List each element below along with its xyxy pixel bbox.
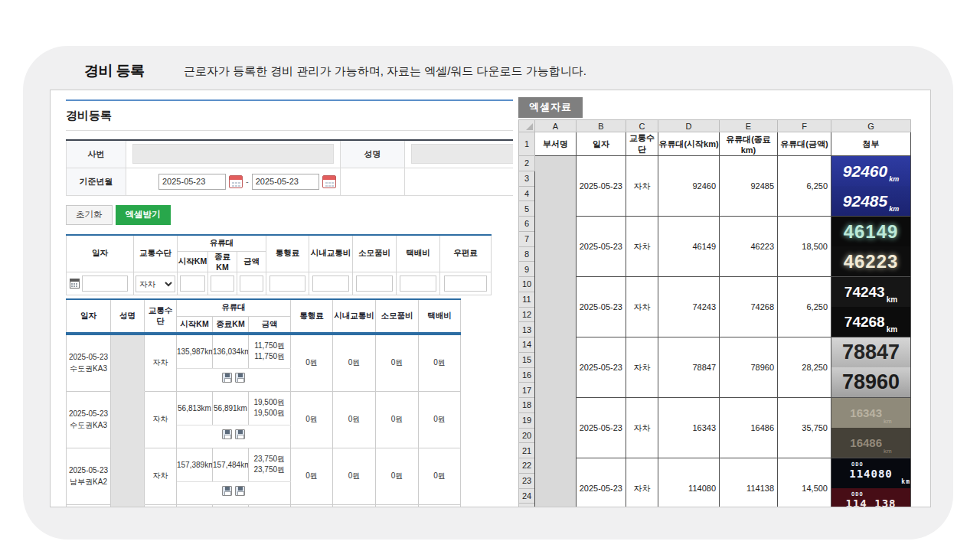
entry-date-input[interactable] [82,276,128,292]
excel-header-cell: 첨부 [831,132,911,156]
amount-line: 23,750원 [249,454,285,465]
excel-row-number: 13 [519,322,535,337]
odometer-reading: 16486 [850,437,882,448]
excel-transport-cell: 자차 [626,458,658,508]
excel-row-number: 2 [519,156,535,171]
odometer-unit: km [889,206,899,216]
odometer-reading: 46149 [844,223,899,241]
search-form-table: 사번 성명 기준년월 - [66,139,513,196]
reset-button[interactable]: 초기화 [66,205,113,225]
list-header-amount: 금액 [249,316,291,333]
entry-supplies-input[interactable] [356,276,393,292]
panel-divider [66,130,513,131]
calendar-small-icon[interactable] [70,279,80,289]
excel-amount-cell: 28,250 [778,337,831,398]
expense-row: 2025-05-23수도권KA3자차135,987km136,034km11,7… [67,334,461,368]
entry-delivery-input[interactable] [400,276,436,292]
attachment-cell [177,425,291,448]
expense-region: 남부권KA2 [67,476,110,488]
expense-row: 2025-05-23수도권KA3자차56,813km56,891km19,500… [67,391,461,425]
entry-start-km-input[interactable] [180,276,206,292]
odometer-odo-label: ODO [851,492,864,497]
page-description: 근로자가 등록한 경비 관리가 가능하며, 자료는 엑셀/워드 다운로드 가능합… [184,64,586,79]
expense-name-cell-redacted [111,391,145,448]
expense-delivery-cell: 0원 [419,391,461,448]
excel-date-cell: 2025-05-23 [577,458,626,508]
expense-panel-title: 경비등록 [66,109,513,123]
expense-toll-cell: 0원 [291,334,333,391]
odometer-reading: 114080 [849,468,893,479]
excel-end-km-cell: 92485 [720,156,778,217]
expense-end-km-cell: 56,891km [213,391,249,425]
page-title: 경비 등록 [84,61,145,81]
attachment-file-icon[interactable] [222,429,232,439]
calendar-icon[interactable] [229,175,243,188]
excel-end-km-cell: 74268 [720,277,778,337]
date-from-input[interactable] [158,174,226,190]
odometer-photo: 92485km [831,186,910,216]
expense-date-cell [67,504,111,507]
expense-end-km-cell: 136,034km [213,334,249,368]
excel-row-number: 14 [519,337,535,353]
attachment-file-icon[interactable] [222,486,232,496]
attachment-file-icon[interactable] [235,429,245,439]
entry-header-end-km: 종료KM [208,252,237,272]
entry-postage-input[interactable] [444,276,488,292]
odometer-photo: 46223 [831,246,910,276]
entry-end-km-input[interactable] [211,276,235,292]
amount-line: 11,750원 [249,351,285,363]
odometer-reading: 78847 [842,342,900,363]
select-all-corner [519,120,535,132]
expense-name-cell-redacted [111,504,145,507]
transport-select[interactable]: 자차 [136,276,175,292]
expense-name-cell-redacted [111,334,145,391]
emp-no-field[interactable] [132,144,334,164]
attachment-file-icon[interactable] [222,373,232,383]
excel-start-km-cell: 92460 [658,156,720,217]
excel-attachment-cell: 92460km92485km [831,156,911,217]
entry-transport-cell: 자차 [134,272,178,295]
excel-row-number: 17 [519,383,535,398]
excel-row-number: 1 [519,132,535,156]
entry-city-input[interactable] [312,276,349,292]
excel-tab-label: 엑셀자료 [518,97,583,118]
date-to-input[interactable] [252,174,319,190]
excel-row-number: 20 [519,428,535,443]
entry-header-amount: 금액 [237,252,266,272]
attachment-file-icon[interactable] [235,486,245,496]
odometer-photo: 16486km [831,428,910,458]
excel-header-cell: 교통수단 [626,132,658,156]
attachment-file-icon[interactable] [235,373,245,383]
entry-header-fuel: 유류대 [178,235,266,252]
odometer-unit: km [887,296,897,307]
entry-amount-input[interactable] [240,276,264,292]
odometer-unit: km [887,326,897,337]
excel-data-row: 222025-05-23자차11408011413814,500ODO11408… [519,458,911,474]
expense-end-km-cell: 157,484km [213,448,249,481]
page: 경비 등록 근로자가 등록한 경비 관리가 가능하며, 자료는 엑셀/워드 다운… [0,0,980,551]
expense-name-cell-redacted [111,448,145,504]
excel-start-km-cell: 78847 [658,337,720,398]
expense-date-cell: 2025-05-23수도권KA3 [67,334,111,391]
expense-list-table: 일자 성명 교통수단 유류대 통행료 시내교통비 소모품비 택배비 시작KM 종… [66,298,461,507]
excel-amount-cell: 6,250 [778,156,831,217]
entry-toll-input[interactable] [270,276,305,292]
list-header-supplies: 소모품비 [376,299,419,333]
list-header-delivery: 택배비 [419,299,461,333]
excel-download-button[interactable]: 엑셀받기 [116,205,171,225]
excel-data-row: 182025-05-23자차163431648635,75016343km164… [519,398,911,413]
excel-row-number: 8 [519,246,535,262]
excel-data-row: 102025-05-23자차74243742686,25074243km7426… [519,277,911,292]
calendar-icon[interactable] [322,175,336,188]
excel-row-number: 25 [519,504,535,507]
excel-header-cell: 유류대(금액) [778,132,831,156]
excel-data-row: 62025-05-23자차461494622318,5004614946223 [519,217,911,232]
excel-row-number: 18 [519,398,535,413]
odometer-reading: 74243 [844,285,885,299]
emp-no-cell [126,140,341,168]
name-cell [405,140,514,168]
odometer-reading: 114 138 [845,498,896,508]
name-field[interactable] [411,144,513,164]
name-label: 성명 [341,140,405,168]
excel-header-cell: 유류대(종료km) [720,132,778,156]
